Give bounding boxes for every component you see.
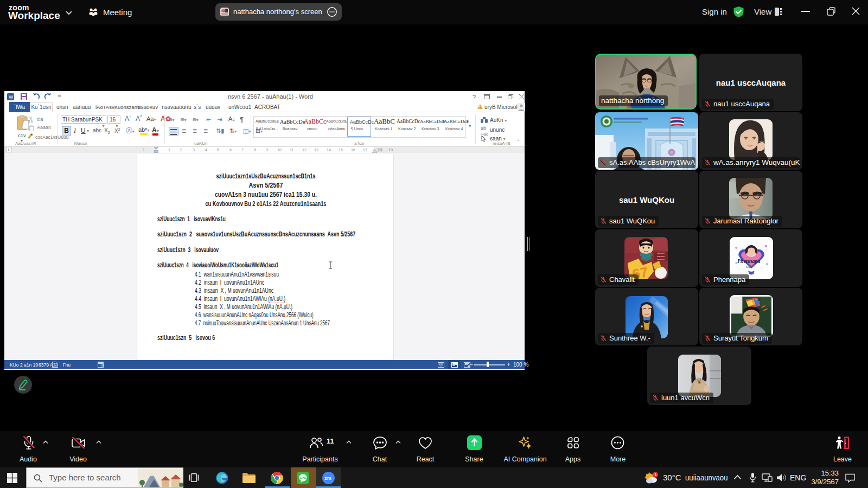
svg-text:Suda: Suda — [746, 265, 752, 268]
svg-text:zm: zm — [324, 476, 331, 481]
svg-text:!: ! — [479, 105, 480, 109]
svg-text:1: 1 — [654, 472, 656, 477]
svg-text:Phennapa: Phennapa — [737, 258, 760, 264]
svg-text:LINE: LINE — [299, 476, 307, 479]
svg-text:W: W — [9, 94, 14, 100]
